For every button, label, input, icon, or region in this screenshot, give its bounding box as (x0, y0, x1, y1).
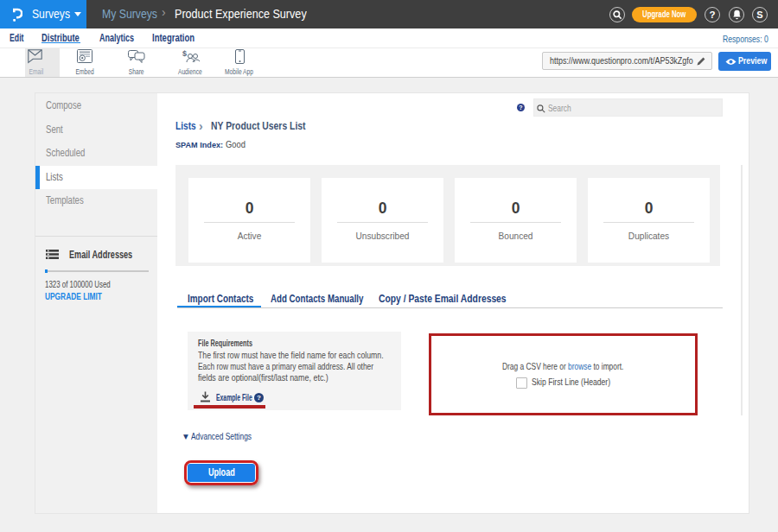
svg-text:$: $ (182, 49, 187, 58)
